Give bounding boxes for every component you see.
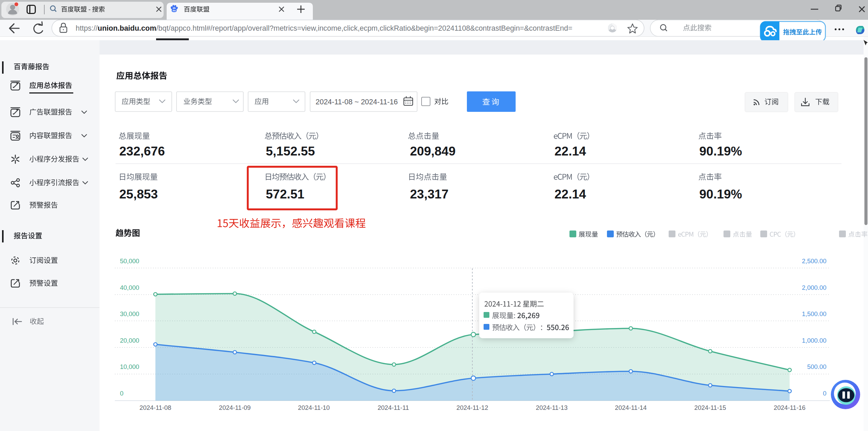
svg-text:2024-11-13: 2024-11-13 (536, 404, 567, 411)
svg-text:2024-11-11: 2024-11-11 (378, 404, 409, 411)
svg-text:2024-11-14: 2024-11-14 (615, 404, 646, 411)
svg-text:90.19%: 90.19% (699, 187, 742, 201)
svg-text:25,853: 25,853 (119, 187, 158, 201)
svg-text:50,000: 50,000 (120, 257, 139, 265)
svg-text:2024-11-16: 2024-11-16 (774, 404, 805, 411)
svg-text:500.00: 500.00 (807, 363, 826, 370)
svg-text:5,152.55: 5,152.55 (266, 144, 315, 158)
svg-text:2024-11-08: 2024-11-08 (139, 404, 171, 411)
svg-text:209,849: 209,849 (410, 144, 456, 158)
svg-text:2024-11-15: 2024-11-15 (694, 404, 726, 411)
svg-text:23,317: 23,317 (410, 187, 448, 201)
svg-text:572.51: 572.51 (266, 187, 304, 201)
svg-text:2024-11-09: 2024-11-09 (219, 404, 250, 411)
svg-text:2024-11-12: 2024-11-12 (456, 404, 488, 411)
svg-text:20,000: 20,000 (120, 337, 139, 344)
svg-text:https://union.baidu.com/bqt/ap: https://union.baidu.com/bqt/appco.html#/… (76, 24, 573, 32)
svg-text:1,000.00: 1,000.00 (802, 337, 826, 344)
svg-text:2024-11-08 ~ 2024-11-16: 2024-11-08 ~ 2024-11-16 (316, 98, 398, 106)
svg-text:2,000.00: 2,000.00 (802, 284, 826, 291)
svg-text:22.14: 22.14 (554, 187, 586, 201)
svg-text:10,000: 10,000 (120, 363, 139, 370)
svg-text:0: 0 (823, 390, 826, 397)
svg-text:40,000: 40,000 (120, 284, 139, 291)
svg-text:30,000: 30,000 (120, 310, 139, 317)
svg-text:0: 0 (120, 390, 123, 397)
svg-text:2,500.00: 2,500.00 (802, 257, 826, 265)
svg-text:du: du (172, 9, 176, 12)
svg-text:1,500.00: 1,500.00 (802, 310, 826, 317)
svg-text:22.14: 22.14 (554, 144, 586, 158)
svg-text:2024-11-10: 2024-11-10 (298, 404, 330, 411)
svg-text:90.19%: 90.19% (699, 144, 742, 158)
svg-text:232,676: 232,676 (119, 144, 165, 158)
